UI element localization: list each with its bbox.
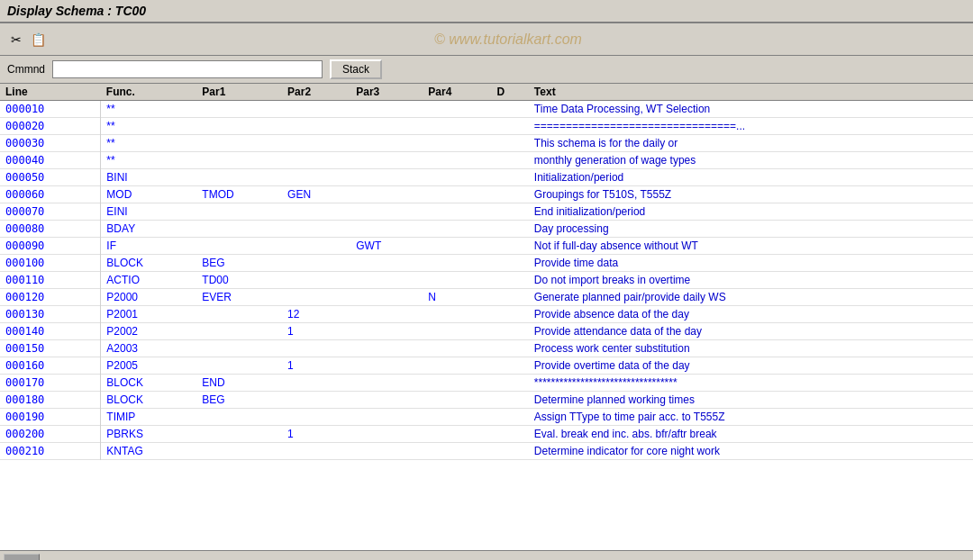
stack-button[interactable]: Stack bbox=[330, 59, 382, 79]
cell-line: 000210 bbox=[0, 443, 101, 460]
cell-par2: GEN bbox=[282, 186, 350, 203]
cell-text: Time Data Processing, WT Selection bbox=[529, 101, 973, 118]
cell-text: Provide absence data of the day bbox=[529, 306, 973, 323]
cell-par3 bbox=[350, 118, 423, 135]
col-par1: Par1 bbox=[196, 84, 282, 101]
command-input[interactable] bbox=[52, 60, 323, 78]
scroll-thumb[interactable] bbox=[4, 554, 40, 561]
title-bar: Display Schema : TC00 bbox=[0, 0, 973, 23]
cell-par4 bbox=[423, 375, 491, 392]
table-row[interactable]: 000200PBRKS1Eval. break end inc. abs. bf… bbox=[0, 426, 973, 443]
cell-text: Generate planned pair/provide daily WS bbox=[529, 289, 973, 306]
cell-func: P2000 bbox=[101, 289, 196, 306]
clipboard-icon[interactable]: 📋 bbox=[29, 31, 47, 49]
cell-par3 bbox=[350, 375, 423, 392]
cell-text: ********************************** bbox=[529, 375, 973, 392]
cell-par3 bbox=[350, 357, 423, 375]
cell-par1: TD00 bbox=[196, 272, 282, 289]
cell-text: This schema is for the daily or bbox=[529, 135, 973, 152]
cell-text: Provide time data bbox=[529, 255, 973, 272]
cell-text: Groupings for T510S, T555Z bbox=[529, 186, 973, 203]
cell-par4 bbox=[423, 357, 491, 375]
cell-d bbox=[491, 238, 528, 255]
cell-func: KNTAG bbox=[101, 443, 196, 460]
table-row[interactable]: 000150A2003Process work center substitut… bbox=[0, 340, 973, 357]
cell-par2 bbox=[282, 152, 350, 169]
table-row[interactable]: 000140P20021Provide attendance data of t… bbox=[0, 323, 973, 340]
table-row[interactable]: 000130P200112Provide absence data of the… bbox=[0, 306, 973, 323]
cell-par4 bbox=[423, 135, 491, 152]
cell-par2 bbox=[282, 255, 350, 272]
cell-par3 bbox=[350, 203, 423, 221]
table-row[interactable]: 000070EINIEnd initialization/period bbox=[0, 203, 973, 221]
cell-par2 bbox=[282, 272, 350, 289]
cell-par1: BEG bbox=[196, 392, 282, 409]
table-row[interactable]: 000190TIMIPAssign TType to time pair acc… bbox=[0, 409, 973, 426]
title-text: Display Schema : TC00 bbox=[7, 4, 146, 18]
table-row[interactable]: 000090IFGWTNot if full-day absence witho… bbox=[0, 238, 973, 255]
cell-par3 bbox=[350, 255, 423, 272]
cell-par4 bbox=[423, 323, 491, 340]
cell-text: Determine indicator for core night work bbox=[529, 443, 973, 460]
scissors-icon[interactable]: ✂ bbox=[7, 31, 25, 49]
cell-func: BDAY bbox=[101, 221, 196, 238]
table-row[interactable]: 000180BLOCKBEGDetermine planned working … bbox=[0, 392, 973, 409]
cell-func: BLOCK bbox=[101, 392, 196, 409]
cell-d bbox=[491, 340, 528, 357]
cell-par1: TMOD bbox=[196, 186, 282, 203]
cell-text: End initialization/period bbox=[529, 203, 973, 221]
table-row[interactable]: 000170BLOCKEND**************************… bbox=[0, 375, 973, 392]
scrollbar-area[interactable] bbox=[0, 550, 973, 560]
cell-par1 bbox=[196, 221, 282, 238]
table-row[interactable]: 000060MODTMODGENGroupings for T510S, T55… bbox=[0, 186, 973, 203]
cell-par4 bbox=[423, 426, 491, 443]
cell-line: 000090 bbox=[0, 238, 101, 255]
cell-d bbox=[491, 255, 528, 272]
cell-par1: EVER bbox=[196, 289, 282, 306]
cell-par3 bbox=[350, 409, 423, 426]
cell-d bbox=[491, 409, 528, 426]
cell-par4 bbox=[423, 169, 491, 186]
table-row[interactable]: 000210KNTAGDetermine indicator for core … bbox=[0, 443, 973, 460]
cell-par3 bbox=[350, 169, 423, 186]
cell-par4 bbox=[423, 118, 491, 135]
col-par4: Par4 bbox=[423, 84, 491, 101]
cell-par2 bbox=[282, 135, 350, 152]
cell-line: 000130 bbox=[0, 306, 101, 323]
cell-par2 bbox=[282, 169, 350, 186]
table-row[interactable]: 000020**================================… bbox=[0, 118, 973, 135]
col-par2: Par2 bbox=[282, 84, 350, 101]
cell-par3 bbox=[350, 340, 423, 357]
cell-func: A2003 bbox=[101, 340, 196, 357]
cell-par4 bbox=[423, 221, 491, 238]
cell-par2: 1 bbox=[282, 357, 350, 375]
table-row[interactable]: 000120P2000EVERNGenerate planned pair/pr… bbox=[0, 289, 973, 306]
cell-d bbox=[491, 443, 528, 460]
table-row[interactable]: 000160P20051Provide overtime data of the… bbox=[0, 357, 973, 375]
table-container: Line Func. Par1 Par2 Par3 Par4 D Text 00… bbox=[0, 84, 973, 550]
cell-par2 bbox=[282, 203, 350, 221]
command-label: Cmmnd bbox=[7, 63, 45, 76]
cell-func: P2002 bbox=[101, 323, 196, 340]
cell-par3 bbox=[350, 135, 423, 152]
cell-func: ** bbox=[101, 152, 196, 169]
col-par3: Par3 bbox=[350, 84, 423, 101]
table-row[interactable]: 000110ACTIOTD00Do not import breaks in o… bbox=[0, 272, 973, 289]
cell-par2 bbox=[282, 101, 350, 118]
cell-d bbox=[491, 392, 528, 409]
toolbar: ✂ 📋 © www.tutorialkart.com bbox=[0, 23, 973, 56]
cell-par3 bbox=[350, 306, 423, 323]
table-row[interactable]: 000080BDAYDay processing bbox=[0, 221, 973, 238]
cell-d bbox=[491, 169, 528, 186]
cell-d bbox=[491, 186, 528, 203]
col-func: Func. bbox=[101, 84, 196, 101]
cell-line: 000160 bbox=[0, 357, 101, 375]
table-row[interactable]: 000100BLOCKBEGProvide time data bbox=[0, 255, 973, 272]
table-row[interactable]: 000010**Time Data Processing, WT Selecti… bbox=[0, 101, 973, 118]
cell-par2: 1 bbox=[282, 426, 350, 443]
cell-par2: 1 bbox=[282, 323, 350, 340]
table-row[interactable]: 000040**monthly generation of wage types bbox=[0, 152, 973, 169]
table-row[interactable]: 000030**This schema is for the daily or bbox=[0, 135, 973, 152]
cell-par4 bbox=[423, 443, 491, 460]
table-row[interactable]: 000050BINIInitialization/period bbox=[0, 169, 973, 186]
